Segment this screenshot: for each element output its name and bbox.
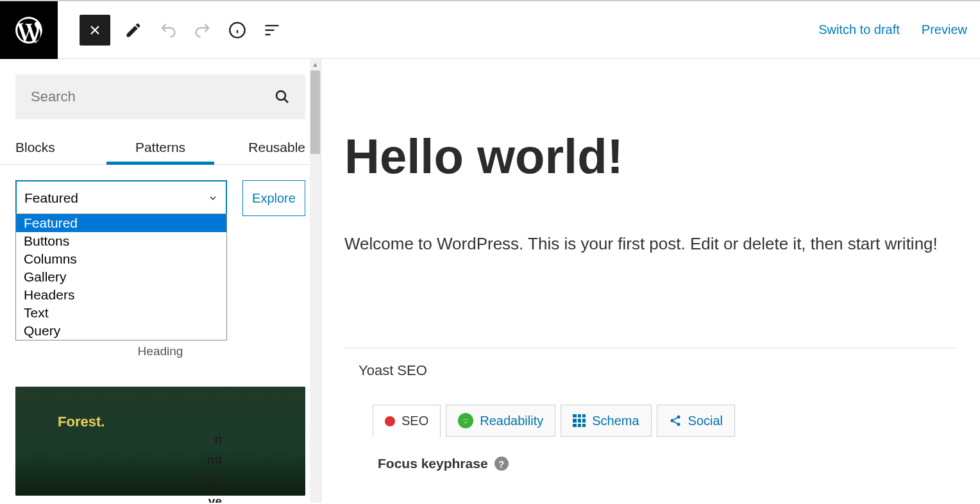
seo-score-indicator-icon [385,416,395,426]
pattern-category-select[interactable]: Featured [15,180,227,216]
help-icon[interactable]: ? [494,457,509,471]
share-icon [669,414,682,427]
info-icon [228,21,246,39]
svg-line-7 [284,99,288,103]
svg-point-12 [677,423,680,426]
forest-label: Forest. [58,414,105,430]
yoast-title: Yoast SEO [344,362,957,379]
svg-line-14 [673,421,677,423]
top-bar: Switch to draft Preview [0,1,980,59]
readability-smiley-icon [458,413,473,428]
tab-blocks[interactable]: Blocks [15,131,112,164]
svg-line-13 [673,417,677,419]
focus-keyphrase-field: Focus keyphrase ? [378,456,957,471]
preview-button[interactable]: Preview [922,22,967,37]
tab-patterns[interactable]: Patterns [112,131,209,164]
yoast-tab-schema[interactable]: Schema [561,405,651,437]
search-box[interactable] [15,74,305,119]
redo-button[interactable] [191,19,214,42]
yoast-tab-social[interactable]: Social [657,405,735,437]
yoast-tab-readability[interactable]: Readability [446,405,555,437]
dropdown-option-gallery[interactable]: Gallery [16,268,226,286]
info-button[interactable] [226,19,249,42]
dropdown-option-headers[interactable]: Headers [16,286,226,304]
wordpress-logo[interactable] [0,1,58,59]
pattern-forest-preview[interactable]: Forest. [15,387,305,496]
yoast-tabs: SEO Readability Schema Social [373,405,957,437]
explore-patterns-button[interactable]: Explore [242,180,305,216]
svg-point-11 [670,419,673,423]
svg-point-10 [677,416,680,419]
inserter-sidebar: Blocks Patterns Reusable Featured Featur… [0,59,321,503]
pattern-filter-row: Featured Featured Buttons Columns Galler… [15,180,305,216]
top-right-actions: Switch to draft Preview [818,22,980,37]
list-icon [263,21,281,39]
pencil-icon [124,21,142,39]
scroll-up-arrow[interactable]: ▲ [310,59,321,70]
close-icon [87,22,103,38]
main-area: Blocks Patterns Reusable Featured Featur… [0,59,980,503]
scrollbar-thumb[interactable] [310,71,320,154]
schema-grid-icon [573,414,586,427]
pattern-category-dropdown: Featured Buttons Columns Gallery Headers… [15,214,227,340]
wordpress-icon [13,14,45,46]
close-inserter-button[interactable] [80,15,110,46]
svg-point-9 [467,419,468,420]
dropdown-option-buttons[interactable]: Buttons [16,232,226,250]
yoast-tab-seo[interactable]: SEO [373,405,441,437]
post-body[interactable]: Welcome to WordPress. This is your first… [344,234,957,254]
chevron-down-icon [208,193,218,203]
focus-keyphrase-label: Focus keyphrase [378,456,488,471]
edit-button[interactable] [122,19,145,42]
post-title[interactable]: Hello world! [344,128,957,184]
inserter-tabs: Blocks Patterns Reusable [15,131,305,164]
search-icon [275,89,290,105]
editor-content: Hello world! Welcome to WordPress. This … [321,59,980,503]
yoast-seo-panel: Yoast SEO SEO Readability Schema [344,348,957,471]
pattern-preview-partial-text: n nd ting ve [199,429,222,503]
tab-reusable[interactable]: Reusable [208,131,305,164]
pattern-heading-label: Heading [15,344,305,358]
undo-icon [159,21,177,39]
dropdown-option-query[interactable]: Query [16,322,226,340]
sidebar-scrollbar[interactable]: ▲ [310,59,321,503]
search-input[interactable] [31,88,275,105]
toolbar [58,15,818,46]
svg-point-6 [276,91,285,100]
switch-to-draft-button[interactable]: Switch to draft [818,22,900,37]
svg-point-8 [464,419,465,420]
dropdown-option-featured[interactable]: Featured [16,214,226,232]
undo-button[interactable] [156,19,180,42]
dropdown-option-text[interactable]: Text [16,304,226,322]
redo-icon [194,21,212,39]
outline-button[interactable] [260,19,283,42]
dropdown-option-columns[interactable]: Columns [16,250,226,268]
